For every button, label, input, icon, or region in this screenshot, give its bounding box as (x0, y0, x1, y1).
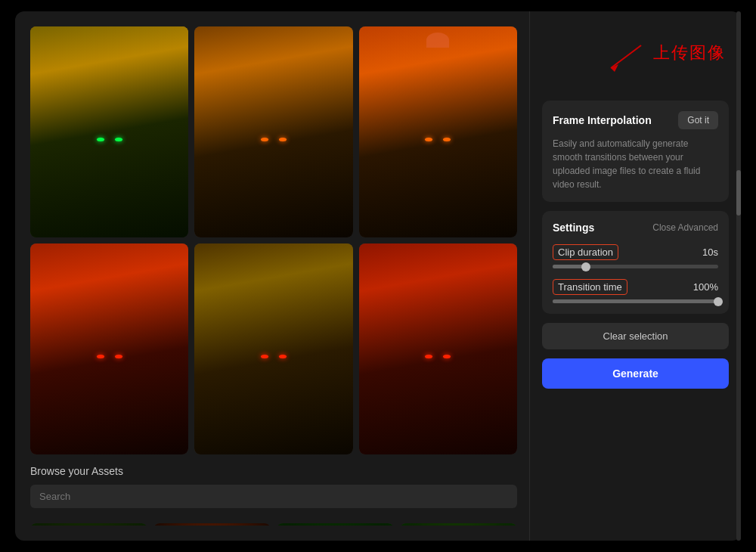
clip-duration-slider[interactable] (553, 265, 718, 268)
close-advanced-button[interactable]: Close Advanced (652, 222, 718, 233)
transition-time-slider[interactable] (553, 299, 718, 303)
clear-selection-button[interactable]: Clear selection (542, 323, 729, 349)
browse-title: Browse your Assets (30, 465, 517, 477)
clip-duration-label-row: Clip duration 10s (553, 244, 718, 260)
transition-time-label: Transition time (553, 279, 627, 295)
info-card-header: Frame Interpolation Got it (553, 111, 718, 129)
settings-header: Settings Close Advanced (553, 222, 718, 234)
b-asset-4[interactable]: 1.5.png (400, 523, 517, 526)
top-image-4[interactable] (30, 243, 188, 454)
settings-panel: Settings Close Advanced Clip duration 10… (542, 211, 729, 314)
b-asset-3[interactable]: 1.3.png (277, 523, 394, 526)
transition-time-value: 100% (693, 281, 718, 293)
generate-button[interactable]: Generate (542, 358, 729, 389)
svg-line-0 (611, 45, 641, 68)
annotation-arrow-svg (603, 42, 649, 72)
b-asset-2[interactable]: 1.4.png (153, 523, 271, 526)
clip-duration-value: 10s (702, 247, 718, 258)
right-panel: 上传图像 Frame Interpolation Got it Easily a… (529, 11, 741, 541)
settings-title: Settings (553, 222, 594, 234)
top-image-2[interactable] (194, 26, 352, 237)
top-image-3[interactable] (359, 26, 517, 237)
top-image-5[interactable] (194, 243, 352, 454)
top-image-1[interactable] (30, 26, 188, 237)
transition-time-thumb[interactable] (714, 297, 723, 306)
got-it-button[interactable]: Got it (678, 111, 718, 129)
annotation-area: 上传图像 (603, 42, 726, 72)
top-image-6[interactable] (359, 243, 517, 454)
b-asset-1[interactable]: 1.5.png (1) (30, 523, 147, 526)
top-image-grid (30, 26, 517, 454)
transition-time-label-row: Transition time 100% (553, 279, 718, 295)
info-card-title: Frame Interpolation (553, 114, 652, 126)
clip-duration-thumb[interactable] (581, 262, 590, 271)
search-input[interactable] (30, 485, 517, 508)
main-container: Browse your Assets +1 Demo Assets (15, 11, 741, 541)
clip-duration-label: Clip duration (553, 244, 618, 260)
left-panel: Browse your Assets +1 Demo Assets (15, 11, 529, 541)
bottom-asset-row: 1.5.png (1) 1.4.png (30, 523, 517, 526)
info-card-description: Easily and automatically generate smooth… (553, 137, 718, 191)
clip-duration-row: Clip duration 10s (553, 244, 718, 268)
info-card: Frame Interpolation Got it Easily and au… (542, 101, 729, 202)
annotation-text: 上传图像 (653, 42, 726, 64)
transition-time-row: Transition time 100% (553, 279, 718, 303)
transition-time-fill (553, 299, 718, 303)
